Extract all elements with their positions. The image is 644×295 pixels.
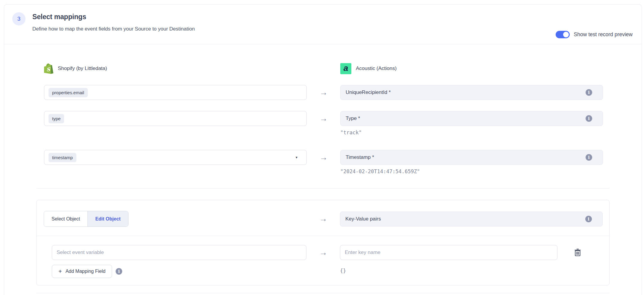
shopify-icon-letter: S — [46, 66, 51, 72]
page-title: Select mappings — [32, 13, 195, 21]
destination-field-label: Type * — [346, 115, 360, 121]
destination-name: Acoustic (Actions) — [356, 66, 397, 72]
test-record-preview-value: "track" — [340, 130, 362, 136]
preview-row: "2024-02-20T14:47:54.659Z" — [4, 168, 642, 176]
arrow-right-icon: → — [319, 248, 327, 257]
caret-down-icon[interactable]: ▾ — [296, 155, 297, 159]
source-field-input[interactable]: properties.email — [44, 85, 307, 100]
source-connector: S Shopify (by Littledata) — [44, 63, 107, 74]
mappings-page: 3 Select mappings Define how to map the … — [0, 0, 644, 295]
add-mapping-row: + Add Mapping Field i {} — [37, 260, 609, 285]
destination-field-label: Key-Value pairs — [345, 216, 381, 222]
arrow-right-icon: → — [320, 88, 328, 97]
key-value-row: → — [37, 236, 609, 260]
arrow-right-icon: → — [320, 114, 328, 123]
source-field-input[interactable]: timestamp ▾ — [44, 150, 307, 165]
tab-select-object[interactable]: Select Object — [44, 211, 87, 226]
destination-field-label: UniqueRecipientId * — [346, 89, 391, 95]
toggle-label: Show test record preview — [574, 31, 633, 38]
key-name-input[interactable] — [340, 245, 557, 260]
toggle-knob — [563, 32, 569, 37]
show-test-record-preview-toggle[interactable] — [556, 31, 570, 38]
arrow-right-icon: → — [320, 153, 328, 162]
destination-field: Key-Value pairs i — [340, 212, 603, 226]
object-editor-panel: Select Object Edit Object → Key-Value pa… — [36, 200, 610, 285]
info-icon[interactable]: i — [116, 268, 122, 275]
step-number-badge: 3 — [12, 12, 25, 25]
info-icon[interactable]: i — [586, 89, 592, 96]
source-name: Shopify (by Littledata) — [58, 66, 107, 72]
source-field-pill[interactable]: type — [49, 114, 64, 123]
delete-row-button[interactable] — [574, 249, 581, 256]
divider — [36, 293, 610, 293]
destination-field: UniqueRecipientId * i — [340, 85, 603, 100]
test-record-preview-toggle-group: Show test record preview — [556, 31, 633, 38]
add-mapping-field-button[interactable]: + Add Mapping Field — [52, 265, 112, 278]
trash-icon — [574, 249, 581, 256]
object-preview-value: {} — [340, 268, 346, 274]
source-field-pill[interactable]: timestamp — [49, 153, 76, 162]
tab-edit-object[interactable]: Edit Object — [87, 211, 128, 226]
divider — [36, 188, 610, 188]
source-field-input[interactable]: type — [44, 111, 307, 126]
destination-field: Timestamp * i — [340, 150, 603, 165]
header-texts: Select mappings Define how to map the ev… — [32, 12, 195, 44]
info-icon[interactable]: i — [586, 154, 592, 161]
mapping-row: type → Type * i — [4, 111, 642, 126]
destination-connector: a Acoustic (Actions) — [340, 63, 397, 74]
mapping-row: properties.email → UniqueRecipientId * i — [4, 85, 642, 100]
shopify-bag-icon: S — [44, 63, 53, 74]
destination-field: Type * i — [340, 111, 603, 126]
acoustic-icon: a — [340, 63, 351, 74]
plus-icon: + — [58, 268, 62, 275]
info-icon[interactable]: i — [586, 115, 592, 122]
destination-header: a Acoustic (Actions) — [340, 63, 603, 74]
arrow-right-icon: → — [319, 214, 327, 223]
card-header: 3 Select mappings Define how to map the … — [4, 4, 642, 44]
event-variable-input[interactable] — [52, 245, 306, 260]
mapping-row: timestamp ▾ → Timestamp * i — [4, 150, 642, 165]
object-editor-header-row: Select Object Edit Object → Key-Value pa… — [37, 200, 609, 236]
source-field-pill[interactable]: properties.email — [49, 88, 88, 97]
test-record-preview-value: "2024-02-20T14:47:54.659Z" — [340, 168, 420, 174]
page-subtitle: Define how to map the event fields from … — [32, 26, 195, 32]
connector-header-row: S Shopify (by Littledata) a Acoustic (Ac… — [4, 63, 642, 74]
source-header: S Shopify (by Littledata) — [44, 63, 307, 74]
preview-row: "track" — [4, 130, 642, 137]
destination-field-label: Timestamp * — [346, 154, 374, 160]
mappings-card: 3 Select mappings Define how to map the … — [4, 4, 642, 295]
add-mapping-field-label: Add Mapping Field — [66, 269, 105, 274]
object-mode-segmented-control: Select Object Edit Object — [44, 211, 129, 227]
info-icon[interactable]: i — [585, 216, 592, 222]
